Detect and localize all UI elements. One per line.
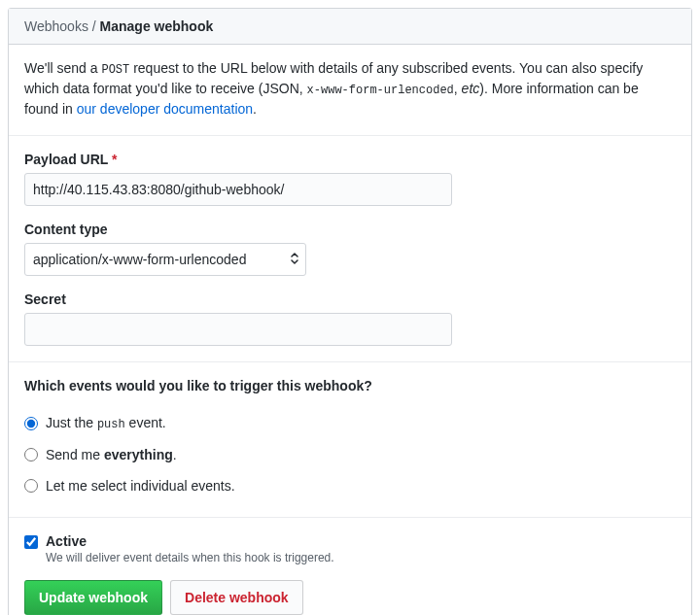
urlencoded-code: x-www-form-urlencoded [307,84,454,97]
intro-text: We'll send a POST request to the URL bel… [9,45,691,136]
breadcrumb-current: Manage webhook [100,18,214,34]
active-hint: We will deliver event details when this … [46,551,334,564]
events-section: Which events would you like to trigger t… [9,362,691,518]
payload-url-input[interactable] [24,173,452,206]
secret-input[interactable] [24,313,452,346]
content-type-select[interactable]: application/x-www-form-urlencoded [24,243,306,276]
breadcrumb-parent[interactable]: Webhooks [24,18,88,34]
active-checkbox[interactable] [24,535,38,549]
event-option-individual[interactable]: Let me select individual events. [24,470,676,501]
events-title: Which events would you like to trigger t… [24,378,676,393]
breadcrumb: Webhooks / Manage webhook [9,9,691,45]
active-section: Active We will deliver event details whe… [9,518,691,615]
secret-label: Secret [24,291,676,307]
payload-url-label: Payload URL * [24,152,676,167]
form-section: Payload URL * Content type application/x… [9,136,691,362]
event-radio-individual[interactable] [24,479,38,493]
post-code: POST [101,63,129,77]
content-type-label: Content type [24,222,676,237]
breadcrumb-separator: / [88,18,100,34]
webhook-panel: Webhooks / Manage webhook We'll send a P… [8,8,692,615]
docs-link[interactable]: our developer documentation [77,101,253,117]
active-label: Active [46,533,334,549]
event-radio-push[interactable] [24,417,38,430]
event-option-everything[interactable]: Send me everything. [24,439,676,470]
delete-webhook-button[interactable]: Delete webhook [170,580,303,615]
update-webhook-button[interactable]: Update webhook [24,580,162,615]
required-asterisk: * [112,152,117,167]
event-option-push[interactable]: Just the push event. [24,407,676,439]
event-radio-everything[interactable] [24,448,38,461]
